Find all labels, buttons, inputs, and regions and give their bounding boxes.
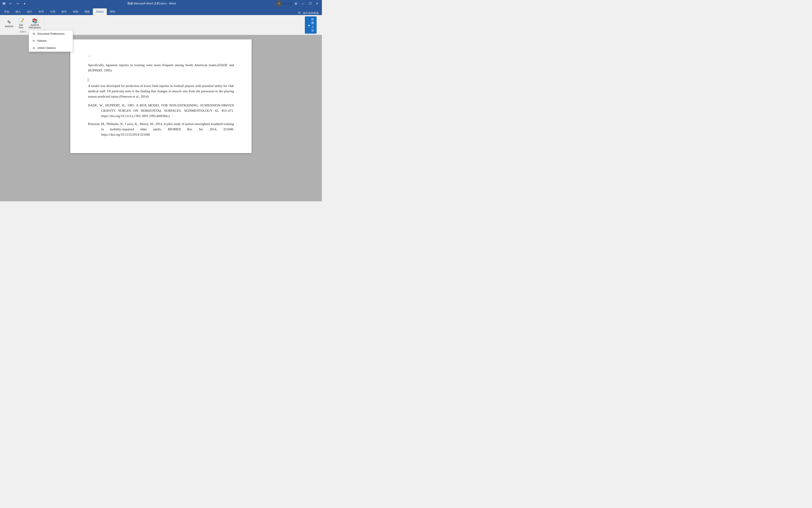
document-title: 新建 Microsoft Word 文档.docx - Word <box>127 2 176 5</box>
user-name: yu shiqi <box>283 2 292 5</box>
tab-charu[interactable]: 插入 <box>12 8 24 15</box>
upload-button[interactable]: ☁ 拓腾上传 <box>305 16 317 34</box>
paragraph-2: A model was developed for prediction of … <box>88 83 234 99</box>
word-app-icon: W <box>2 1 6 6</box>
paragraph-1-text: Specifically, ligament injuries in train… <box>88 63 234 72</box>
document-preferences-label: Document Preferences <box>37 32 64 35</box>
tab-shenyue[interactable]: 审阅 <box>70 8 81 15</box>
ribbon-group-label: Zotero <box>20 31 26 33</box>
unlink-citations-item[interactable]: ⊘ Unlink Citations <box>29 44 73 51</box>
tab-bangzhu[interactable]: 帮助 <box>107 8 118 15</box>
title-bar-controls: Y yu shiqi ⊞ — ❐ ✕ <box>276 0 320 7</box>
add-edit-note-button[interactable]: ✎ Add/Edit <box>4 19 14 29</box>
ribbon-tabs: 开始 插入 设计 布局 引用 邮件 审阅 视图 Zotero 帮助 🔍 操作说明… <box>0 7 322 15</box>
paragraph-1: Specifically, ligament injuries in train… <box>88 62 234 73</box>
empty-line <box>88 77 234 83</box>
paragraph-2-text: A model was developed for prediction of … <box>88 84 234 98</box>
refresh-icon: ↻ <box>32 39 36 43</box>
reference-1: DADE, W., HUPPERT, H., 1995. A BOX MODEL… <box>88 103 234 119</box>
upload-label: 拓腾上传 <box>311 17 314 33</box>
close-button[interactable]: ✕ <box>314 2 320 6</box>
refresh-item[interactable]: ↻ Refresh <box>29 37 73 44</box>
unlink-icon: ⊘ <box>32 46 36 50</box>
minimize-button[interactable]: — <box>300 2 306 6</box>
document-area: ... Specifically, ligament injuries in t… <box>0 35 322 201</box>
paragraph-cropped-text: ... <box>88 53 91 57</box>
tab-buju[interactable]: 布局 <box>35 8 47 15</box>
ribbon-content: ✎ Add/Edit 📝 AddNote 📚 Add/EditBibliogra… <box>0 15 322 35</box>
unlink-citations-label: Unlink Citations <box>37 46 56 50</box>
text-cursor <box>88 78 88 82</box>
paragraph-cropped: ... <box>88 53 234 58</box>
document-preferences-item[interactable]: ⚙ Document Preferences <box>29 30 73 37</box>
dropdown-menu: ⚙ Document Preferences ↻ Refresh ⊘ Unlin… <box>29 30 73 52</box>
add-note-label: AddNote <box>18 24 23 29</box>
add-edit-label: Add/Edit <box>5 25 13 28</box>
ribbon-buttons: ✎ Add/Edit 📝 AddNote 📚 Add/EditBibliogra… <box>4 17 42 31</box>
upload-icon: ☁ <box>307 24 310 27</box>
ribbon-search[interactable]: 🔍 操作说明搜索 <box>296 11 321 15</box>
layout-icon[interactable]: ⊞ <box>293 2 299 6</box>
more-button[interactable]: ▾ <box>22 2 27 6</box>
tab-yinyong[interactable]: 引用 <box>47 8 58 15</box>
add-note-button[interactable]: 📝 AddNote <box>15 18 27 30</box>
tab-shitu[interactable]: 视图 <box>81 8 93 15</box>
refresh-label: Refresh <box>37 39 47 42</box>
add-bibliography-button[interactable]: 📚 Add/EditBibliography <box>28 18 42 30</box>
document-page[interactable]: ... Specifically, ligament injuries in t… <box>70 39 251 153</box>
search-label: 操作说明搜索 <box>303 11 319 15</box>
search-icon: 🔍 <box>298 11 301 15</box>
reference-2: Peterson, M., Williams, N., Caves, K., M… <box>88 121 234 137</box>
tab-youjian[interactable]: 邮件 <box>58 8 70 15</box>
reference-2-text: Peterson, M., Williams, N., Caves, K., M… <box>88 122 234 136</box>
tab-sheji[interactable]: 设计 <box>24 8 35 15</box>
bibliography-icon: 📚 <box>32 18 38 24</box>
title-bar-left: W ↩ ↪ ▾ <box>2 1 27 6</box>
bibliography-label: Add/EditBibliography <box>29 24 41 29</box>
tab-container: 开始 插入 设计 布局 引用 邮件 审阅 视图 Zotero 帮助 <box>1 8 296 15</box>
undo-button[interactable]: ↩ <box>7 2 13 6</box>
avatar: Y <box>276 0 282 7</box>
title-bar: W ↩ ↪ ▾ 新建 Microsoft Word 文档.docx - Word… <box>0 0 322 7</box>
reference-1-text: DADE, W., HUPPERT, H., 1995. A BOX MODEL… <box>88 103 234 118</box>
tab-kaishi[interactable]: 开始 <box>1 8 12 15</box>
add-note-icon: 📝 <box>18 18 24 24</box>
restore-button[interactable]: ❐ <box>307 2 313 6</box>
add-edit-icon: ✎ <box>7 20 11 25</box>
redo-button[interactable]: ↪ <box>15 2 21 6</box>
references-section: DADE, W., HUPPERT, H., 1995. A BOX MODEL… <box>88 103 234 137</box>
preferences-icon: ⚙ <box>32 32 36 36</box>
tab-zotero[interactable]: Zotero <box>93 8 107 15</box>
